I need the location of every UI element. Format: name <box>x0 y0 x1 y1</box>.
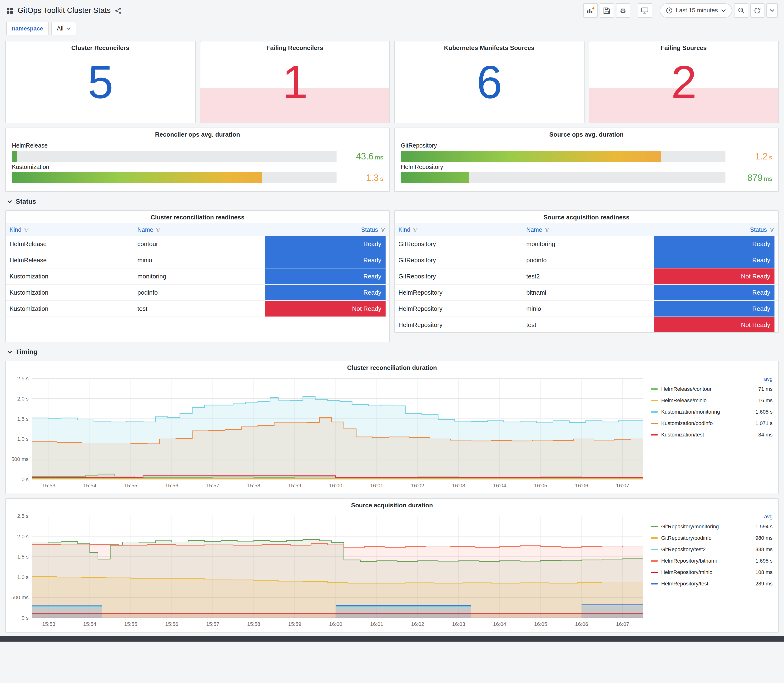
cell-kind: Kustomization <box>6 301 133 317</box>
legend-item-helmrelease-contour[interactable]: HelmRelease/contour71 ms <box>651 383 773 394</box>
filter-icon[interactable] <box>413 227 418 232</box>
panel-title[interactable]: Reconciler ops avg. duration <box>6 128 390 140</box>
dashboard-title: GitOps Toolkit Cluster Stats <box>18 6 111 15</box>
add-panel-button[interactable] <box>583 3 598 18</box>
gear-icon: ⚙ <box>620 7 626 14</box>
svg-text:1.5 s: 1.5 s <box>17 554 29 560</box>
filter-icon[interactable] <box>769 227 774 232</box>
svg-text:16:07: 16:07 <box>616 621 629 627</box>
panel-title[interactable]: Source acquisition duration <box>6 499 778 511</box>
legend-item-kustomization-podinfo[interactable]: Kustomization/podinfo1.071 s <box>651 417 773 429</box>
panel-title[interactable]: Cluster reconciliation duration <box>6 361 778 374</box>
section-status[interactable]: Status <box>7 196 784 207</box>
column-header-kind[interactable]: Kind <box>394 223 523 236</box>
dashboards-grid-icon[interactable] <box>6 7 13 14</box>
variable-namespace-value: All <box>57 25 64 32</box>
series-color-dash <box>651 434 658 435</box>
bottom-edge-bar <box>0 637 784 641</box>
column-header-kind[interactable]: Kind <box>6 223 133 236</box>
filter-icon[interactable] <box>380 227 386 232</box>
caret-down-icon <box>770 9 774 12</box>
filter-icon[interactable] <box>545 227 550 232</box>
readiness-table: KindNameStatusGitRepositorymonitoringRea… <box>394 223 778 333</box>
stat-panel-kubernetes-manifests-sources: Kubernetes Manifests Sources6 <box>394 41 584 123</box>
panel-source-acquisition-duration: Source acquisition duration 0 s500 ms1.0… <box>5 498 779 633</box>
series-color-dash <box>651 548 658 550</box>
tv-mode-button[interactable] <box>638 3 652 18</box>
series-avg-value: 108 ms <box>755 569 773 575</box>
legend-item-gitrepository-monitoring[interactable]: GitRepository/monitoring1.594 s <box>651 521 773 532</box>
column-header-inner: Kind <box>10 226 130 233</box>
cell-status: Ready <box>651 236 778 252</box>
time-range-label: Last 15 minutes <box>676 7 718 14</box>
svg-text:16:04: 16:04 <box>493 483 506 489</box>
value-unit: s <box>769 154 772 160</box>
column-header-inner: Status <box>654 226 774 233</box>
svg-text:16:03: 16:03 <box>452 621 465 627</box>
variable-namespace-label[interactable]: namespace <box>6 22 49 35</box>
bar-gauge-label: HelmRepository <box>401 164 772 170</box>
status-badge: Not Ready <box>265 301 386 316</box>
time-range-picker[interactable]: Last 15 minutes <box>660 3 732 18</box>
panel-title[interactable]: Source acquisition readiness <box>394 211 778 223</box>
svg-text:15:55: 15:55 <box>124 621 137 627</box>
time-series-plot: 0 s500 ms1.0 s1.5 s2.0 s2.5 s15:5315:541… <box>6 374 649 492</box>
cell-status: Ready <box>261 284 390 301</box>
status-badge: Ready <box>265 268 386 284</box>
column-header-status[interactable]: Status <box>261 223 390 236</box>
svg-text:500 ms: 500 ms <box>11 456 29 462</box>
column-header-name[interactable]: Name <box>523 223 650 236</box>
legend-item-gitrepository-podinfo[interactable]: GitRepository/podinfo980 ms <box>651 532 773 544</box>
chart-legend: avgHelmRelease/contour71 msHelmRelease/m… <box>649 374 778 492</box>
legend-item-helmrepository-bitnami[interactable]: HelmRepository/bitnami1.695 s <box>651 555 773 566</box>
column-header-name[interactable]: Name <box>133 223 261 236</box>
chevron-down-icon <box>7 350 12 353</box>
svg-text:1.0 s: 1.0 s <box>17 574 29 580</box>
zoom-out-button[interactable] <box>734 3 748 18</box>
column-header-status[interactable]: Status <box>651 223 778 236</box>
legend-item-kustomization-test[interactable]: Kustomization/test84 ms <box>651 429 773 440</box>
legend-item-kustomization-monitoring[interactable]: Kustomization/monitoring1.605 s <box>651 406 773 417</box>
series-avg-value: 84 ms <box>758 432 773 438</box>
series-avg-value: 338 ms <box>755 547 773 552</box>
table-row: KustomizationtestNot Ready <box>6 301 390 317</box>
series-avg-value: 1.605 s <box>755 409 773 415</box>
panel-title[interactable]: Source ops avg. duration <box>394 128 778 140</box>
table-panel-cluster-reconciliation-readiness: Cluster reconciliation readinessKindName… <box>5 210 390 342</box>
status-badge: Ready <box>654 252 774 268</box>
stat-panel-failing-sources: Failing Sources2 <box>588 41 779 123</box>
variables-bar: namespace All <box>0 21 784 41</box>
legend-item-gitrepository-test2[interactable]: GitRepository/test2338 ms <box>651 544 773 555</box>
table-row: HelmRepositorybitnamiReady <box>394 284 778 301</box>
bar-gauge-label: GitRepository <box>401 142 772 149</box>
legend-avg-header[interactable]: avg <box>764 513 773 519</box>
header-toolbar: ⚙ Last 15 minutes <box>581 3 778 18</box>
filter-icon[interactable] <box>24 227 29 232</box>
panel-cluster-reconciliation-duration: Cluster reconciliation duration 0 s500 m… <box>5 361 779 494</box>
legend-item-helmrelease-minio[interactable]: HelmRelease/minio16 ms <box>651 394 773 406</box>
legend-avg-header[interactable]: avg <box>764 376 773 382</box>
variable-namespace-select[interactable]: All <box>52 22 76 35</box>
share-icon[interactable] <box>115 7 122 14</box>
series-avg-value: 289 ms <box>755 581 773 586</box>
panel-title[interactable]: Cluster reconciliation readiness <box>6 211 390 223</box>
svg-text:16:06: 16:06 <box>575 483 588 489</box>
stat-panel-cluster-reconcilers: Cluster Reconcilers5 <box>5 41 196 123</box>
legend-item-helmrepository-test[interactable]: HelmRepository/test289 ms <box>651 578 773 589</box>
dashboard-settings-button[interactable]: ⚙ <box>616 3 630 18</box>
svg-text:16:00: 16:00 <box>329 621 342 627</box>
cell-name: test <box>133 301 261 317</box>
stat-value: 6 <box>394 42 584 123</box>
bar-gauge-track <box>401 151 725 162</box>
refresh-interval-dropdown[interactable] <box>766 3 778 18</box>
section-timing[interactable]: Timing <box>7 346 784 357</box>
table-row: HelmReleasecontourReady <box>6 236 390 252</box>
cell-kind: HelmRepository <box>394 301 523 317</box>
legend-item-helmrepository-minio[interactable]: HelmRepository/minio108 ms <box>651 566 773 578</box>
svg-text:2.5 s: 2.5 s <box>17 513 29 519</box>
refresh-button[interactable] <box>750 3 765 18</box>
monitor-icon <box>641 7 649 14</box>
save-dashboard-button[interactable] <box>600 3 614 18</box>
filter-icon[interactable] <box>156 227 161 232</box>
chevron-down-icon <box>7 200 12 203</box>
